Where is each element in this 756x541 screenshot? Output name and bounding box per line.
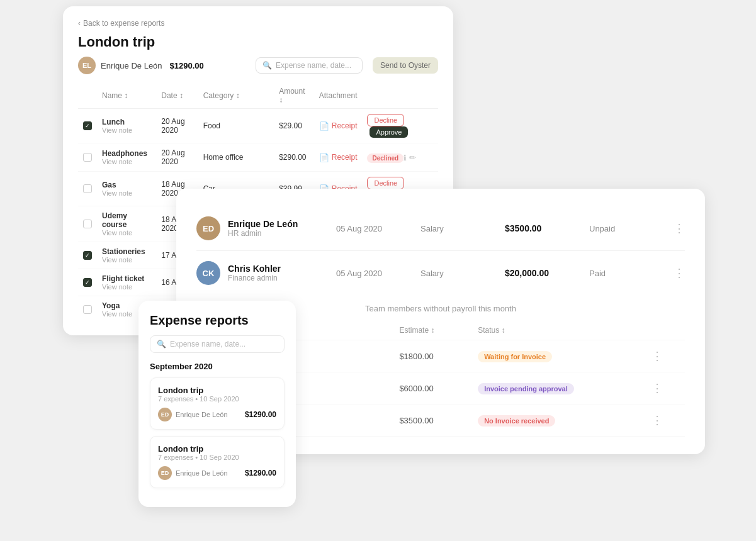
checkbox[interactable]	[83, 121, 92, 130]
checkbox[interactable]	[83, 278, 92, 287]
expense-report-card[interactable]: London trip 7 expenses • 10 Sep 2020 ED …	[150, 377, 285, 430]
receipt-link[interactable]: 📄Receipt	[319, 121, 358, 131]
payroll-role: Finance admin	[228, 274, 329, 282]
item-actions-cell: Declinedℹ✏	[362, 143, 438, 172]
item-date-cell: 20 Aug 2020	[156, 109, 198, 143]
send-to-oyster-button[interactable]: Send to Oyster	[373, 57, 438, 74]
item-name-cell: Flight ticketView note	[97, 269, 156, 296]
expense-report-card[interactable]: London trip 7 expenses • 10 Sep 2020 ED …	[150, 436, 285, 488]
checkbox-cell[interactable]	[78, 172, 97, 206]
payroll-row: CK Chris Kohler Finance admin 05 Aug 202…	[196, 251, 685, 295]
checkbox-cell[interactable]	[78, 242, 97, 269]
item-attachment-cell[interactable]: 📄Receipt	[314, 143, 363, 172]
contractor-dots[interactable]: ⋮	[644, 340, 685, 372]
page-title: London trip	[78, 34, 438, 50]
col-status-header: Status ↕	[470, 321, 643, 340]
checkbox[interactable]	[83, 153, 92, 162]
dots-menu-button[interactable]: ⋮	[674, 221, 685, 235]
contractor-dots-button[interactable]: ⋮	[652, 349, 663, 363]
item-name-cell: StationeriesView note	[97, 242, 156, 269]
avatar: EL	[78, 57, 96, 74]
col-date: Date ↕	[156, 83, 198, 109]
table-row: LunchView note20 Aug 2020Food$29.00📄Rece…	[78, 109, 438, 143]
search-icon-sm: 🔍	[157, 340, 166, 349]
search-icon: 🔍	[262, 61, 272, 70]
receipt-icon: 📄	[319, 153, 329, 162]
col-actions	[362, 83, 438, 109]
item-date-cell: 20 Aug 2020	[156, 143, 198, 172]
dots-menu-button[interactable]: ⋮	[674, 266, 685, 280]
report-amount: $1290.00	[245, 469, 276, 477]
payroll-type: Salary	[420, 269, 497, 278]
payroll-status: Unpaid	[589, 224, 666, 233]
col-attachment: Attachment	[314, 83, 363, 109]
back-link[interactable]: ‹ Back to expense reports	[78, 19, 438, 28]
avatar-xs: ED	[158, 408, 172, 421]
payroll-name: Chris Kohler	[228, 264, 329, 274]
contractor-dots-button[interactable]: ⋮	[652, 381, 663, 395]
user-amount: $1290.00	[170, 61, 204, 70]
payroll-row: ED Enrique De León HR admin 05 Aug 2020 …	[196, 206, 685, 251]
payroll-person: Chris Kohler Finance admin	[228, 264, 329, 282]
search-box-sm[interactable]: 🔍 Expense name, date...	[150, 335, 285, 353]
checkbox-cell[interactable]	[78, 143, 97, 172]
item-attachment-cell[interactable]: 📄Receipt	[314, 109, 363, 143]
contractor-estimate: $3500.00	[392, 404, 470, 437]
decline-button[interactable]: Decline	[367, 114, 404, 126]
checkbox[interactable]	[83, 305, 92, 314]
decline-button[interactable]: Decline	[367, 177, 404, 189]
back-arrow-icon: ‹	[78, 19, 81, 28]
report-user-name: Enrique De León	[176, 469, 228, 477]
checkbox-cell[interactable]	[78, 206, 97, 242]
receipt-icon: 📄	[319, 121, 329, 131]
payroll-amount: $20,000.00	[505, 268, 582, 278]
item-name-cell: GasView note	[97, 172, 156, 206]
contractor-dots[interactable]: ⋮	[644, 404, 685, 437]
report-title: London trip	[158, 386, 276, 395]
receipt-link[interactable]: 📄Receipt	[319, 153, 358, 162]
back-link-label: Back to expense reports	[83, 19, 164, 28]
checkbox-cell[interactable]	[78, 269, 97, 296]
item-name-cell: Udemy courseView note	[97, 206, 156, 242]
expense-list-title: Expense reports	[150, 313, 285, 328]
payroll-status: Paid	[589, 269, 666, 278]
item-actions-cell: DeclineApprove	[362, 109, 438, 143]
payroll-name: Enrique De León	[228, 219, 329, 229]
contractor-estimate: $6000.00	[392, 372, 470, 404]
report-meta: 7 expenses • 10 Sep 2020	[158, 395, 276, 403]
item-category-cell: Food	[198, 109, 274, 143]
search-box[interactable]: 🔍 Expense name, date...	[256, 57, 363, 74]
item-name-cell: LunchView note	[97, 109, 156, 143]
payroll-amount: $3500.00	[505, 223, 582, 233]
contractor-status: No Invoice received	[470, 404, 643, 437]
avatar: CK	[196, 261, 220, 285]
contractor-dots-button[interactable]: ⋮	[652, 413, 663, 427]
expense-list-card: Expense reports 🔍 Expense name, date... …	[138, 301, 296, 507]
user-row: EL Enrique De León $1290.00 🔍 Expense na…	[78, 57, 438, 74]
report-meta: 7 expenses • 10 Sep 2020	[158, 454, 276, 461]
col-checkbox	[78, 83, 97, 109]
checkbox[interactable]	[83, 184, 92, 193]
checkbox[interactable]	[83, 220, 92, 228]
avatar: ED	[196, 216, 220, 240]
item-name-cell: HeadphonesView note	[97, 143, 156, 172]
checkbox-cell[interactable]	[78, 109, 97, 143]
user-name: Enrique De León	[101, 61, 162, 70]
checkbox[interactable]	[83, 251, 92, 260]
checkbox-cell[interactable]	[78, 296, 97, 323]
approve-button[interactable]: Approve	[370, 126, 408, 138]
report-user-row: ED Enrique De León $1290.00	[158, 408, 276, 421]
col-name: Name ↕	[97, 83, 156, 109]
report-title: London trip	[158, 444, 276, 454]
payroll-date: 05 Aug 2020	[336, 269, 413, 278]
contractor-dots[interactable]: ⋮	[644, 372, 685, 404]
edit-icon[interactable]: ✏	[409, 153, 416, 162]
col-dots-header	[644, 321, 685, 340]
info-icon[interactable]: ℹ	[403, 153, 407, 162]
payroll-role: HR admin	[228, 229, 329, 238]
payroll-date: 05 Aug 2020	[336, 224, 413, 233]
col-estimate-header: Estimate ↕	[392, 321, 470, 340]
report-user-row: ED Enrique De León $1290.00	[158, 466, 276, 480]
col-amount: Amount ↕	[274, 83, 314, 109]
payroll-person: Enrique De León HR admin	[228, 219, 329, 238]
